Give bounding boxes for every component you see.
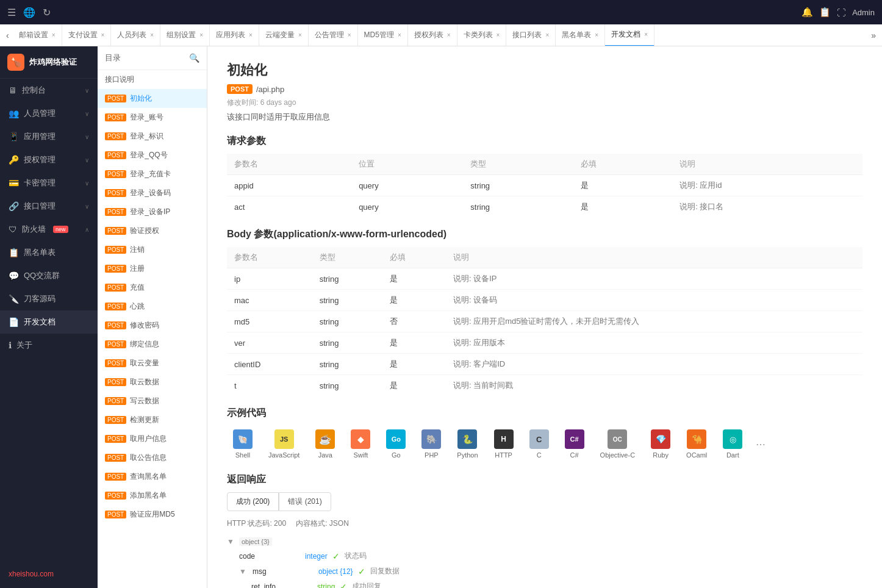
doc-tree-item-login-device[interactable]: POST 登录_设备码 [98, 184, 207, 203]
search-icon[interactable]: 🔍 [189, 53, 199, 63]
resp-tab-success[interactable]: 成功 (200) [227, 492, 279, 511]
lang-ocaml[interactable]: 🐪 OCaml [680, 426, 713, 462]
collapse-icon[interactable]: ▼ [239, 567, 246, 576]
lang-swift[interactable]: ◆ Swift [345, 426, 376, 462]
sidebar-item-about[interactable]: ℹ关于 [0, 334, 98, 357]
tab-云端变量[interactable]: 云端变量× [259, 24, 309, 46]
doc-tree-item-register[interactable]: POST 注册 [98, 259, 207, 278]
col-param-name: 参数名 [227, 247, 312, 268]
arrow-icon: ∨ [85, 110, 89, 117]
bell-icon[interactable]: 📋 [819, 7, 831, 18]
lang-javascript[interactable]: JS JavaScript [262, 426, 306, 462]
doc-tree-item-change-pw[interactable]: POST 修改密码 [98, 316, 207, 335]
lang-csharp[interactable]: C# C# [559, 426, 590, 462]
tab-人员列表[interactable]: 人员列表× [111, 24, 160, 46]
doc-tree-item-cloud-var[interactable]: POST 取云变量 [98, 354, 207, 373]
modified-time: 修改时间: 6 days ago [227, 98, 862, 108]
lang-shell[interactable]: 🐚 Shell [227, 426, 259, 462]
sidebar-item-blacklist[interactable]: 📋黑名单表 [0, 241, 98, 264]
lang-c[interactable]: C C [523, 426, 555, 462]
doc-tree-item-login-account[interactable]: POST 登录_账号 [98, 108, 207, 127]
tab-开发文档[interactable]: 开发文档× [605, 24, 654, 46]
sidebar-item-source[interactable]: 🔪刀客源码 [0, 287, 98, 310]
doc-tree-item-login-card[interactable]: POST 登录_充值卡 [98, 165, 207, 184]
tabbar: ‹ 邮箱设置× 支付设置× 人员列表× 组别设置× 应用列表× 云端变量× 公告… [0, 24, 882, 46]
doc-tree-item-query-blacklist[interactable]: POST 查询黑名单 [98, 467, 207, 486]
tab-nav-back[interactable]: ‹ [2, 30, 13, 40]
table-row: mac string 是 说明: 设备码 [227, 290, 862, 311]
lang-python[interactable]: 🐍 Python [451, 426, 484, 462]
sidebar-item-apps[interactable]: 📱应用管理 ∨ [0, 125, 98, 148]
sidebar-item-console[interactable]: 🖥控制台 ∨ [0, 79, 98, 102]
lang-ruby[interactable]: 💎 Ruby [645, 426, 676, 462]
sidebar-item-docs[interactable]: 📄开发文档 [0, 310, 98, 334]
resp-row-ret-info: ret_info string ✓ 成功回复 [251, 579, 862, 588]
lang-dart[interactable]: ◎ Dart [717, 426, 748, 462]
refresh-icon[interactable]: ↻ [43, 7, 51, 18]
endpoint-badge: POST /api.php [227, 84, 284, 94]
lang-go[interactable]: Go Go [380, 426, 412, 462]
col-param-name: 参数名 [227, 154, 351, 175]
doc-tree-item-bind[interactable]: POST 绑定信息 [98, 335, 207, 354]
doc-tree-item-login-id[interactable]: POST 登录_标识 [98, 127, 207, 146]
doc-tree-item-write-cloud[interactable]: POST 写云数据 [98, 392, 207, 411]
tab-nav-more[interactable]: » [867, 30, 880, 40]
doc-tree-item-recharge[interactable]: POST 充值 [98, 278, 207, 297]
doc-tree-item-interface-desc[interactable]: 接口说明 [98, 70, 207, 89]
tab-授权列表[interactable]: 授权列表× [408, 24, 457, 46]
lang-http[interactable]: H HTTP [488, 426, 520, 462]
globe-icon[interactable]: 🌐 [23, 7, 35, 18]
notification-icon[interactable]: 🔔 [801, 7, 813, 18]
doc-tree-item-init[interactable]: POST 初始化 [98, 89, 207, 108]
expand-icon[interactable]: ▼ [227, 537, 234, 546]
tab-接口列表[interactable]: 接口列表× [506, 24, 556, 46]
lang-php[interactable]: 🐘 PHP [415, 426, 447, 462]
resp-row-code: code integer ✓ 状态码 [239, 548, 862, 564]
tab-黑名单表[interactable]: 黑名单表× [556, 24, 605, 46]
doc-tree-item-login-qq[interactable]: POST 登录_QQ号 [98, 146, 207, 165]
sidebar-logo: 🍗 炸鸡网络验证 [0, 46, 98, 79]
apps-icon: 📱 [9, 132, 19, 142]
source-icon: 🔪 [9, 294, 19, 304]
sidebar-item-api[interactable]: 🔗接口管理 ∨ [0, 195, 98, 218]
menu-icon[interactable]: ☰ [7, 7, 16, 18]
console-icon: 🖥 [9, 85, 17, 95]
tab-支付设置[interactable]: 支付设置× [62, 24, 112, 46]
sidebar-item-qq[interactable]: 💬QQ交流群 [0, 264, 98, 287]
tab-公告管理[interactable]: 公告管理× [309, 24, 358, 46]
tab-应用列表[interactable]: 应用列表× [210, 24, 259, 46]
doc-tree-item-logout[interactable]: POST 注销 [98, 240, 207, 259]
table-row: ip string 是 说明: 设备IP [227, 268, 862, 290]
doc-tree-item-login-ip[interactable]: POST 登录_设备IP [98, 203, 207, 221]
docs-icon: 📄 [9, 317, 19, 327]
tab-邮箱设置[interactable]: 邮箱设置× [13, 24, 62, 46]
doc-tree-item-check-update[interactable]: POST 检测更新 [98, 411, 207, 429]
response-title: 返回响应 [227, 473, 862, 486]
fullscreen-icon[interactable]: ⛶ [837, 7, 846, 18]
tab-卡类列表[interactable]: 卡类列表× [457, 24, 507, 46]
resp-tab-error[interactable]: 错误 (201) [279, 492, 331, 511]
resp-tree: ▼ object {3} code integer ✓ 状态码 ▼ msg ob… [227, 535, 862, 588]
doc-tree-item-heartbeat[interactable]: POST 心跳 [98, 297, 207, 316]
doc-tree-item-get-user[interactable]: POST 取用户信息 [98, 429, 207, 448]
doc-tree-item-verify-md5[interactable]: POST 验证应用MD5 [98, 505, 207, 524]
arrow-icon: ∧ [85, 226, 89, 233]
sidebar-item-firewall[interactable]: 🛡防火墙new ∧ [0, 218, 98, 241]
doc-tree-item-get-notice[interactable]: POST 取公告信息 [98, 448, 207, 467]
lang-java[interactable]: ☕ Java [309, 426, 341, 462]
sidebar-item-users[interactable]: 👥人员管理 ∨ [0, 102, 98, 125]
doc-tree-item-cloud-data[interactable]: POST 取云数据 [98, 373, 207, 392]
doc-tree-item-add-blacklist[interactable]: POST 添加黑名单 [98, 486, 207, 505]
watermark: xheishou.com [0, 565, 98, 583]
more-languages-button[interactable]: ⋯ [752, 435, 769, 454]
code-language-list: 🐚 Shell JS JavaScript ☕ Java ◆ Swift Go … [227, 426, 862, 462]
tab-组别设置[interactable]: 组别设置× [160, 24, 210, 46]
col-position: 位置 [351, 154, 463, 175]
tab-MD5管理[interactable]: MD5管理× [358, 24, 408, 46]
sidebar-item-auth[interactable]: 🔑授权管理 ∨ [0, 148, 98, 171]
resp-row-msg: ▼ msg object {12} ✓ 回复数据 [239, 564, 862, 579]
sidebar-item-cards[interactable]: 💳卡密管理 ∨ [0, 171, 98, 195]
lang-objc[interactable]: OC Objective-C [594, 426, 641, 462]
col-type: 类型 [312, 247, 383, 268]
doc-tree-item-verify-auth[interactable]: POST 验证授权 [98, 221, 207, 240]
